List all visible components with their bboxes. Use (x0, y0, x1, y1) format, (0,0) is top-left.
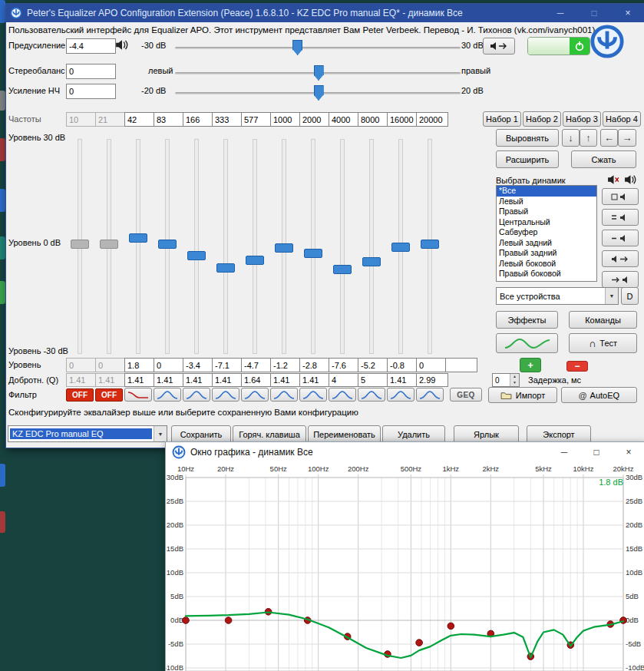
speaker-item-4[interactable]: Центральный (497, 217, 596, 228)
q-input-16000[interactable]: 1.41 (387, 373, 419, 387)
eq-band-track-333[interactable] (223, 139, 228, 354)
gain-input-577[interactable]: -4.7 (241, 358, 273, 372)
filter-off-button-21[interactable]: OFF (95, 388, 123, 402)
speaker-item-9[interactable]: Правый боковой (497, 269, 596, 279)
frequency-response-chart[interactable]: 10Hz20Hz50Hz100Hz200Hz500Hz1kHz2kHz5kHz1… (166, 462, 644, 671)
eq-band-slider-10[interactable] (71, 240, 89, 249)
freq-input-1000[interactable]: 1000 (270, 112, 302, 127)
filter-off-button-10[interactable]: OFF (66, 388, 94, 402)
speaker-item-7[interactable]: Правый задний (497, 248, 596, 259)
freq-input-4000[interactable]: 4000 (329, 112, 361, 127)
freq-input-16000[interactable]: 16000 (387, 112, 419, 127)
channel-config-button-3[interactable] (602, 230, 639, 246)
expand-button[interactable]: Расширить (496, 150, 559, 168)
freq-input-21[interactable]: 21 (95, 112, 127, 127)
filter-type-button-166[interactable] (183, 388, 210, 402)
q-input-10[interactable]: 1.41 (66, 373, 98, 387)
filter-point-10[interactable] (183, 617, 190, 624)
filter-point-21[interactable] (225, 617, 232, 624)
filter-type-button-4000[interactable] (329, 388, 356, 402)
eq-band-track-166[interactable] (194, 139, 199, 354)
graph-maximize-button[interactable]: □ (580, 442, 613, 462)
minimize-button[interactable]: ─ (543, 4, 577, 22)
gain-input-21[interactable]: 0 (95, 358, 127, 372)
filter-type-button-16000[interactable] (387, 388, 414, 402)
speaker-icon[interactable] (624, 174, 637, 185)
eq-band-track-2000[interactable] (311, 139, 315, 354)
gain-input-166[interactable]: -3.4 (183, 358, 215, 372)
freq-input-42[interactable]: 42 (124, 112, 157, 127)
device-combo[interactable]: Все устройства ▼ (496, 287, 619, 305)
move-up-button[interactable]: ↑ (580, 129, 597, 147)
gain-input-2000[interactable]: -2.8 (299, 358, 332, 372)
eq-band-slider-42[interactable] (129, 233, 147, 243)
q-input-42[interactable]: 1.41 (124, 373, 157, 387)
freq-input-2000[interactable]: 2000 (299, 112, 332, 127)
delay-spinner[interactable]: 0 ▲ ▼ (492, 373, 520, 387)
q-input-333[interactable]: 1.41 (212, 373, 244, 387)
effects-button[interactable]: Эффекты (496, 311, 558, 329)
eq-band-slider-8000[interactable] (362, 257, 381, 266)
gain-input-1000[interactable]: -1.2 (270, 358, 302, 372)
maximize-button[interactable]: □ (577, 4, 611, 22)
eq-band-slider-577[interactable] (246, 256, 264, 265)
preamp-slider-track[interactable] (175, 47, 461, 49)
bass-input[interactable]: 0 (66, 84, 116, 99)
eq-band-track-577[interactable] (253, 139, 257, 354)
channel-config-button-1[interactable] (602, 188, 639, 205)
eq-band-slider-16000[interactable] (391, 243, 410, 252)
device-d-button[interactable]: D (621, 287, 639, 305)
filter-type-button-2000[interactable] (299, 388, 327, 402)
filter-type-button-1000[interactable] (270, 388, 298, 402)
balance-input[interactable]: 0 (66, 64, 116, 79)
filter-type-button-577[interactable] (241, 388, 269, 402)
eq-band-slider-166[interactable] (187, 251, 206, 260)
filter-point-1000[interactable] (447, 623, 454, 630)
filter-type-button-83[interactable] (154, 388, 181, 402)
main-titlebar[interactable]: Peter's Equalizer APO Configuration Exte… (6, 4, 644, 22)
freq-input-10[interactable]: 10 (66, 112, 98, 127)
commands-button[interactable]: Команды (569, 311, 637, 329)
q-input-166[interactable]: 1.41 (183, 373, 215, 387)
set-button-3[interactable]: Набор 3 (563, 111, 601, 127)
align-button[interactable]: Выровнять (496, 129, 559, 147)
close-button[interactable]: × (611, 4, 644, 22)
eq-band-slider-4000[interactable] (333, 265, 352, 274)
chevron-down-icon[interactable]: ▼ (154, 426, 167, 441)
gain-input-333[interactable]: -7.1 (212, 358, 244, 372)
filter-point-577[interactable] (416, 640, 423, 646)
gain-input-4000[interactable]: -7.6 (329, 358, 361, 372)
eq-band-track-42[interactable] (136, 139, 140, 354)
eq-band-track-8000[interactable] (369, 139, 374, 354)
speaker-listbox[interactable]: *ВсеЛевыйПравыйЦентральныйСабвуферЛевый … (496, 185, 597, 282)
import-button[interactable]: Импорт (488, 387, 557, 403)
graph-close-button[interactable]: × (613, 442, 644, 462)
speaker-item-3[interactable]: Правый (497, 207, 596, 217)
set-button-2[interactable]: Набор 2 (523, 111, 561, 127)
remove-band-button[interactable]: − (566, 361, 588, 372)
eq-band-slider-21[interactable] (100, 240, 118, 249)
filter-type-button-8000[interactable] (358, 388, 385, 402)
spin-down-icon[interactable]: ▼ (510, 380, 519, 386)
eq-band-slider-1000[interactable] (275, 243, 293, 253)
freq-input-8000[interactable]: 8000 (358, 112, 390, 127)
gain-input-83[interactable]: 0 (154, 358, 186, 372)
channel-config-button-2[interactable] (602, 209, 639, 226)
channel-config-button-5[interactable] (602, 271, 639, 288)
graph-titlebar[interactable]: Окно графика - динамик Все ─ □ × (166, 442, 644, 463)
filter-type-button-20000[interactable] (416, 388, 444, 402)
speaker-item-2[interactable]: Левый (497, 197, 596, 207)
balance-slider-thumb[interactable] (314, 65, 324, 81)
q-input-2000[interactable]: 1.41 (299, 373, 332, 387)
preamp-input[interactable]: -4.4 (66, 38, 116, 54)
channel-config-button-4[interactable] (602, 250, 639, 267)
mute-route-button[interactable] (483, 38, 515, 55)
eq-band-slider-333[interactable] (216, 263, 235, 273)
speaker-item-6[interactable]: Левый задний (497, 238, 596, 249)
freq-input-83[interactable]: 83 (154, 112, 186, 127)
speaker-item-5[interactable]: Сабвуфер (497, 227, 596, 238)
freq-input-577[interactable]: 577 (241, 112, 273, 127)
add-band-button[interactable]: + (520, 358, 541, 372)
freq-input-333[interactable]: 333 (212, 112, 244, 127)
move-left-button[interactable]: ← (600, 129, 618, 147)
